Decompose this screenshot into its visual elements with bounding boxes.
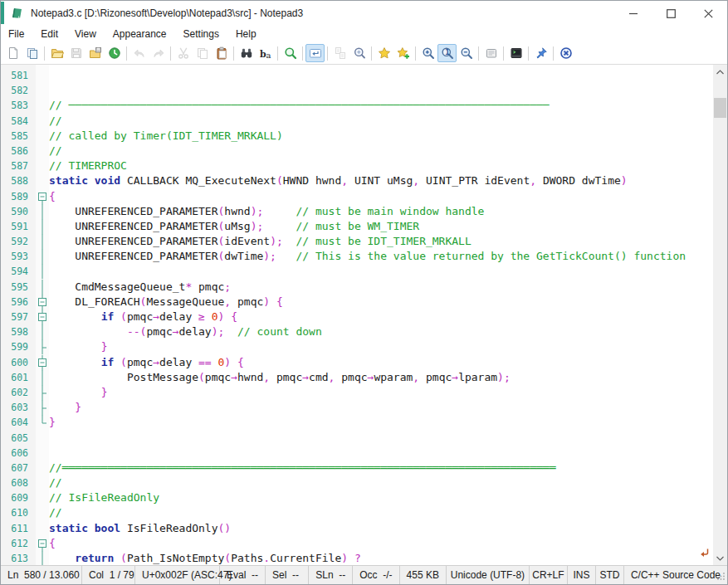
fold-toggle-icon[interactable] [36, 536, 49, 551]
menu-edit[interactable]: Edit [32, 27, 66, 41]
status-syntax[interactable]: C/C++ Source Code [624, 566, 727, 584]
code-line[interactable] [49, 431, 713, 446]
menu-help[interactable]: Help [227, 27, 265, 41]
line-number[interactable]: 607 [1, 461, 36, 475]
status-char[interactable]: U+0x002F (ASC:47) [135, 566, 220, 584]
fold-toggle-icon[interactable] [36, 310, 49, 324]
code-line[interactable]: } [49, 415, 713, 430]
new-window-button[interactable] [22, 44, 42, 62]
add-to-favorites-button[interactable] [393, 44, 413, 62]
code-line[interactable]: if (pmqc→delay ≥ 0) { [49, 310, 713, 324]
code-line[interactable]: UNREFERENCED_PARAMETER(uMsg); // must be… [49, 219, 713, 234]
code-line[interactable]: // [49, 505, 713, 520]
code-line[interactable] [49, 68, 713, 83]
line-number[interactable]: 588 [1, 173, 36, 188]
code-line[interactable]: { [49, 189, 713, 204]
code-line[interactable]: CmdMessageQueue_t* pmqc; [49, 280, 713, 295]
code-line[interactable] [49, 264, 713, 279]
line-number[interactable]: 590 [1, 204, 36, 219]
favorites-button[interactable] [374, 44, 393, 62]
line-number[interactable]: 611 [1, 521, 36, 536]
line-number[interactable]: 604 [1, 415, 36, 430]
status-sel[interactable]: Sel -- [266, 566, 309, 584]
line-number-margin[interactable]: 5815825835845855865875885895905915925935… [1, 65, 36, 565]
line-number[interactable]: 581 [1, 68, 36, 83]
code-line[interactable] [49, 83, 713, 98]
code-line[interactable]: static bool IsFileReadOnly() [49, 521, 713, 536]
code-line[interactable]: // [49, 114, 713, 129]
status-size[interactable]: 455 KB [400, 566, 447, 584]
status-eol[interactable]: CR+LF [530, 566, 568, 584]
code-line[interactable]: if (pmqc→delay == 0) { [49, 355, 713, 370]
menu-appearance[interactable]: Appearance [105, 27, 175, 41]
line-number[interactable]: 586 [1, 144, 36, 158]
line-number[interactable]: 601 [1, 370, 36, 385]
code-line[interactable]: //══════════════════════════════════════… [49, 461, 713, 475]
line-number[interactable]: 582 [1, 83, 36, 98]
save-as-button[interactable] [86, 44, 105, 62]
customize-schemes-button[interactable] [481, 44, 501, 62]
vertical-scrollbar[interactable] [713, 65, 727, 565]
status-ins[interactable]: INS [568, 566, 596, 584]
open-file-button[interactable] [47, 44, 66, 62]
line-number[interactable]: 600 [1, 355, 36, 370]
line-number[interactable]: 608 [1, 475, 36, 490]
line-number[interactable]: 612 [1, 536, 36, 551]
code-line[interactable] [49, 446, 713, 461]
code-line[interactable]: UNREFERENCED_PARAMETER(hwnd); // must be… [49, 204, 713, 219]
code-line[interactable]: UNREFERENCED_PARAMETER(idEvent); // must… [49, 234, 713, 249]
copy-button[interactable] [193, 44, 212, 62]
line-number[interactable]: 610 [1, 505, 36, 520]
line-number[interactable]: 593 [1, 249, 36, 264]
code-line[interactable]: // ─────────────────────────────────────… [49, 98, 713, 113]
line-number[interactable]: 594 [1, 264, 36, 279]
line-number[interactable]: 598 [1, 324, 36, 339]
status-eval[interactable]: Eval -- [220, 566, 266, 584]
line-number[interactable]: 589 [1, 189, 36, 204]
fold-toggle-icon[interactable] [36, 189, 49, 204]
mark-occurrences-button[interactable] [349, 44, 369, 62]
line-number[interactable]: 599 [1, 339, 36, 354]
code-line[interactable]: // IsFileReadOnly [49, 490, 713, 505]
execute-document-button[interactable] [506, 44, 525, 62]
find-next-button[interactable] [281, 44, 300, 62]
status-std[interactable]: STD [596, 566, 624, 584]
fold-margin[interactable] [36, 65, 49, 565]
redo-button[interactable] [149, 44, 168, 62]
code-line[interactable]: // [49, 475, 713, 490]
line-number[interactable]: 613 [1, 551, 36, 565]
show-blanks-button[interactable] [330, 44, 349, 62]
line-number[interactable]: 587 [1, 158, 36, 173]
menu-view[interactable]: View [66, 27, 105, 41]
code-line[interactable]: DL_FOREACH(MessageQueue, pmqc) { [49, 295, 713, 310]
line-number[interactable]: 605 [1, 431, 36, 446]
scroll-down-icon[interactable] [713, 551, 727, 565]
code-line[interactable]: } [49, 400, 713, 415]
zoom-in-button[interactable] [418, 44, 437, 62]
status-col[interactable]: Col 1 / 79 [82, 566, 135, 584]
new-file-button[interactable] [3, 44, 22, 62]
status-encoding[interactable]: Unicode (UTF-8) [447, 566, 530, 584]
code-line[interactable]: static void CALLBACK MQ_ExecuteNext(HWND… [49, 173, 713, 188]
code-line[interactable]: // TIMERPROC [49, 158, 713, 173]
minimize-button[interactable] [615, 1, 652, 26]
line-number[interactable]: 583 [1, 98, 36, 113]
status-ln[interactable]: Ln 580 / 13.060 [1, 566, 82, 584]
code-area[interactable]: // ─────────────────────────────────────… [49, 65, 713, 565]
line-number[interactable]: 606 [1, 446, 36, 461]
line-number[interactable]: 592 [1, 234, 36, 249]
code-line[interactable]: UNREFERENCED_PARAMETER(dwTime); // This … [49, 249, 713, 264]
find-button[interactable] [237, 44, 256, 62]
cut-button[interactable] [173, 44, 193, 62]
status-sln[interactable]: SLn -- [309, 566, 353, 584]
line-number[interactable]: 602 [1, 385, 36, 400]
fold-toggle-icon[interactable] [36, 295, 49, 310]
exit-button[interactable] [556, 44, 575, 62]
resize-grip-icon[interactable] [717, 571, 726, 583]
recent-files-button[interactable] [105, 44, 124, 62]
code-line[interactable]: } [49, 385, 713, 400]
paste-button[interactable] [212, 44, 231, 62]
titlebar[interactable]: Notepad3.c [D:\Rizonesoft\Develop\Notepa… [1, 1, 727, 26]
word-wrap-button[interactable] [305, 44, 325, 62]
code-line[interactable]: --(pmqc→delay); // count down [49, 324, 713, 339]
